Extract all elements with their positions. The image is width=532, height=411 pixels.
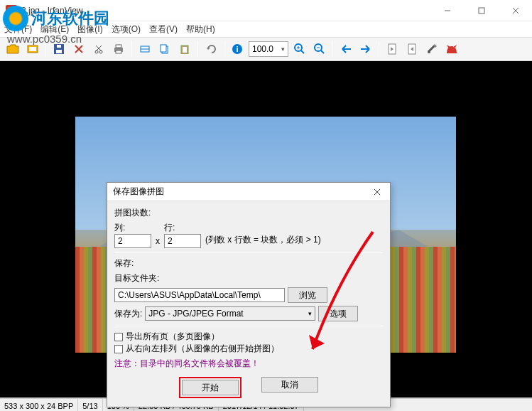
- maximize-button[interactable]: [471, 4, 492, 18]
- menu-options[interactable]: 选项(O): [112, 23, 141, 36]
- zoom-out-icon[interactable]: [311, 41, 328, 58]
- dialog-buttons: 开始 取消: [114, 377, 383, 398]
- zoom-value: 100.0: [252, 44, 273, 54]
- svg-point-35: [428, 50, 430, 53]
- undo-icon[interactable]: [202, 41, 219, 58]
- svg-rect-8: [57, 45, 61, 48]
- delete-icon[interactable]: [70, 41, 87, 58]
- next-page-icon[interactable]: [403, 41, 420, 58]
- menu-view[interactable]: 查看(V): [149, 23, 178, 36]
- toolbar-separator: [45, 41, 46, 57]
- multiply-symbol: x: [156, 236, 160, 248]
- menu-file[interactable]: 文件(F): [4, 23, 32, 36]
- slideshow-icon[interactable]: [24, 41, 41, 58]
- print-icon[interactable]: [110, 41, 127, 58]
- options-button[interactable]: 选项: [318, 306, 358, 321]
- cancel-button[interactable]: 取消: [261, 377, 318, 393]
- overwrite-warning: 注意：目录中的同名文件将会被覆盖！: [114, 358, 383, 370]
- svg-line-31: [321, 50, 324, 53]
- rows-input[interactable]: [164, 234, 201, 248]
- dialog-body: 拼图块数: 列: x 行: (列数 x 行数 = 块数，必须 > 1) 保存: …: [107, 201, 390, 407]
- svg-rect-17: [116, 50, 121, 53]
- section-save-label: 保存:: [114, 257, 383, 269]
- toolbar: i 100.0 ▾: [0, 37, 532, 61]
- svg-rect-21: [161, 45, 166, 52]
- toolbar-separator: [131, 41, 132, 57]
- toolbar-separator: [379, 41, 379, 57]
- path-input[interactable]: [114, 288, 285, 302]
- export-all-checkbox[interactable]: 导出所有页（多页图像）: [114, 331, 383, 343]
- format-select[interactable]: JPG - JPG/JPEG Format ▾: [145, 306, 315, 321]
- svg-line-27: [301, 50, 304, 53]
- prev-page-icon[interactable]: [384, 41, 401, 58]
- irfanview-cat-icon[interactable]: [443, 41, 460, 58]
- chevron-down-icon: ▾: [308, 310, 312, 317]
- svg-rect-5: [29, 47, 36, 51]
- export-all-label: 导出所有页（多页图像）: [126, 331, 219, 343]
- svg-rect-23: [183, 47, 187, 53]
- minimize-button[interactable]: [437, 4, 458, 18]
- start-button[interactable]: 开始: [182, 380, 239, 395]
- status-dimensions: 533 x 300 x 24 BPP: [0, 399, 78, 411]
- status-index: 5/13: [78, 399, 102, 411]
- menu-image[interactable]: 图像(I): [77, 23, 102, 36]
- dialog-close-button[interactable]: [370, 185, 384, 199]
- open-icon[interactable]: [4, 41, 21, 58]
- menu-edit[interactable]: 编辑(E): [40, 23, 69, 36]
- svg-rect-16: [116, 45, 121, 48]
- cut-icon[interactable]: [90, 41, 107, 58]
- app-icon: [6, 5, 17, 16]
- info-icon[interactable]: i: [229, 41, 246, 58]
- window-title: 3.jpg - IrfanView: [21, 6, 83, 16]
- rtl-label: 从右向左排列（从图像的右侧开始拼图）: [126, 343, 279, 355]
- save-icon[interactable]: [50, 41, 67, 58]
- chevron-down-icon: ▾: [281, 46, 285, 53]
- label-rows: 行:: [164, 222, 201, 234]
- label-save-as: 保存为:: [114, 308, 142, 320]
- image-canvas[interactable]: 保存图像拼图 拼图块数: 列: x 行: (列数 x 行数 = 块数，必须 > …: [0, 61, 532, 398]
- scan-icon[interactable]: [136, 41, 153, 58]
- menu-help[interactable]: 帮助(H): [186, 23, 215, 36]
- next-image-icon[interactable]: [357, 41, 374, 58]
- zoom-combobox[interactable]: 100.0 ▾: [249, 41, 288, 57]
- prev-image-icon[interactable]: [337, 41, 354, 58]
- toolbar-separator: [332, 41, 333, 57]
- toolbar-separator: [197, 41, 198, 57]
- save-tile-dialog: 保存图像拼图 拼图块数: 列: x 行: (列数 x 行数 = 块数，必须 > …: [107, 182, 391, 407]
- checkbox-box-icon: [114, 345, 123, 353]
- copy-icon[interactable]: [156, 41, 173, 58]
- cols-input[interactable]: [114, 234, 151, 248]
- menubar: 文件(F) 编辑(E) 图像(I) 选项(O) 查看(V) 帮助(H): [0, 21, 532, 37]
- svg-text:i: i: [236, 45, 238, 53]
- label-cols: 列:: [114, 222, 151, 234]
- zoom-in-icon[interactable]: [291, 41, 308, 58]
- checkbox-box-icon: [114, 333, 123, 341]
- paste-icon[interactable]: [176, 41, 193, 58]
- settings-icon[interactable]: [423, 41, 440, 58]
- dialog-separator: [114, 326, 383, 326]
- svg-rect-1: [479, 8, 484, 14]
- hint-formula: (列数 x 行数 = 块数，必须 > 1): [205, 234, 321, 248]
- window-controls: [437, 4, 526, 18]
- label-target-folder: 目标文件夹:: [114, 272, 383, 284]
- titlebar: 3.jpg - IrfanView: [0, 0, 532, 21]
- format-value: JPG - JPG/JPEG Format: [148, 309, 243, 319]
- svg-rect-7: [56, 50, 62, 53]
- toolbar-separator: [224, 41, 224, 57]
- browse-button[interactable]: 浏览: [288, 287, 327, 303]
- dialog-separator: [114, 252, 383, 253]
- start-button-highlight: 开始: [179, 377, 241, 398]
- dialog-title-text: 保存图像拼图: [113, 186, 164, 198]
- close-button[interactable]: [505, 4, 526, 18]
- rtl-checkbox[interactable]: 从右向左排列（从图像的右侧开始拼图）: [114, 343, 383, 355]
- section-blocks-label: 拼图块数:: [114, 207, 383, 219]
- dialog-titlebar[interactable]: 保存图像拼图: [107, 183, 390, 201]
